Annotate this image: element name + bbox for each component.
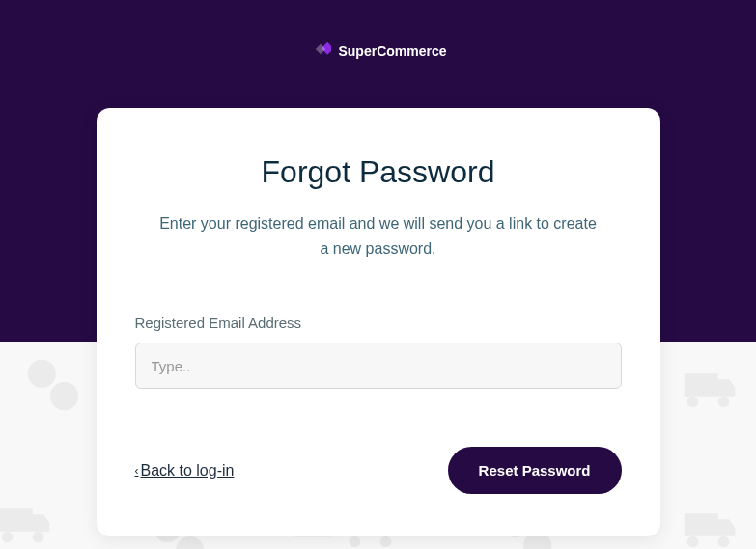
back-link-text: Back to log-in xyxy=(141,462,235,480)
svg-point-8 xyxy=(350,536,361,548)
svg-point-13 xyxy=(718,536,730,548)
svg-point-11 xyxy=(718,397,730,408)
svg-point-9 xyxy=(380,536,392,548)
brand-logo: SuperCommerce xyxy=(309,39,446,64)
email-label: Registered Email Address xyxy=(135,315,622,331)
diamond-icon xyxy=(309,39,330,64)
back-to-login-link[interactable]: ‹ Back to log-in xyxy=(135,462,235,480)
svg-point-3 xyxy=(176,536,204,549)
svg-point-1 xyxy=(50,382,78,410)
svg-point-7 xyxy=(33,532,44,543)
reset-password-button[interactable]: Reset Password xyxy=(448,447,622,494)
svg-point-6 xyxy=(2,532,14,543)
brand-name: SuperCommerce xyxy=(338,43,446,59)
svg-point-12 xyxy=(687,536,699,548)
page-subtitle: Enter your registered email and we will … xyxy=(135,211,622,261)
page-title: Forgot Password xyxy=(135,154,622,190)
chevron-left-icon: ‹ xyxy=(135,464,139,478)
email-input[interactable] xyxy=(135,343,622,389)
svg-point-0 xyxy=(28,360,56,388)
forgot-password-card: Forgot Password Enter your registered em… xyxy=(97,108,660,536)
svg-point-10 xyxy=(687,397,699,408)
form-actions: ‹ Back to log-in Reset Password xyxy=(135,447,622,494)
